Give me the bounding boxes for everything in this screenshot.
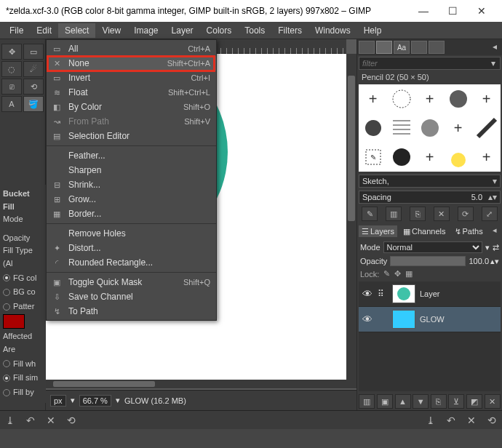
brush-preset-select[interactable]: Sketch,▾ [359,175,501,188]
menu-view[interactable]: View [95,23,127,38]
tab-fonts[interactable]: Aa [394,41,410,54]
menu-layer[interactable]: Layer [165,23,200,38]
save-icon[interactable]: ⤓ [423,413,438,428]
brush-item[interactable] [387,143,415,172]
tool-rect-select[interactable]: ▭ [23,44,44,60]
lower-layer-icon[interactable]: ▼ [413,394,429,409]
layer-thumbnail[interactable] [392,310,415,329]
menu-edit[interactable]: Edit [30,23,58,38]
merge-layer-icon[interactable]: ⊻ [448,394,464,409]
menu-item-all[interactable]: ▭AllCtrl+A [47,41,216,56]
menu-image[interactable]: Image [127,23,164,38]
layer-row[interactable]: 👁 ⠿ Layer [359,281,501,307]
brush-item[interactable] [359,113,387,143]
fill-by-option[interactable]: Fill by [3,386,43,399]
tool-smudge[interactable]: ☄ [23,61,44,77]
menu-item-save-to-channel[interactable]: ⇩Save to Channel [47,289,216,304]
menu-item-remove-holes[interactable]: Remove Holes [47,226,216,241]
menu-item-by-color[interactable]: ◧By ColorShift+O [47,100,216,114]
pattern-swatch[interactable] [3,314,25,329]
brush-filter[interactable]: ▾ [359,57,501,70]
tool-move[interactable]: ✥ [1,44,22,60]
undo-icon[interactable]: ↶ [23,413,38,428]
configure-tab-icon[interactable]: ◂ [489,41,501,53]
lock-alpha-icon[interactable]: ▦ [405,269,413,279]
duplicate-brush-icon[interactable]: ⎘ [410,207,426,221]
layer-row[interactable]: 👁 GLOW [359,307,501,332]
opacity-slider[interactable] [390,256,466,266]
open-brush-icon[interactable]: ⤢ [482,207,498,221]
tab-patterns[interactable] [429,41,445,54]
tab-history[interactable] [411,41,427,54]
tab-layers[interactable]: ☰Layers [359,225,397,237]
tab-paths[interactable]: ↯Paths [452,225,486,237]
lock-pixels-icon[interactable]: ✎ [383,269,390,279]
tab-tool-options[interactable] [359,41,375,54]
menu-colors[interactable]: Colors [200,23,239,38]
chevron-down-icon[interactable]: ▾ [487,58,500,68]
fill-similar-option[interactable]: Fill sim [3,372,43,385]
stepper-icon[interactable]: ▴▾ [485,192,500,202]
configure-tab-icon[interactable]: ◂ [489,225,501,237]
menu-help[interactable]: Help [357,23,389,38]
bg-color-option[interactable]: BG co [3,286,43,299]
menu-item-to-path[interactable]: ↯To Path [47,304,216,319]
brush-item[interactable]: + [415,84,444,113]
tool-crop[interactable]: ⎚ [1,79,22,95]
reset-icon[interactable]: ⟲ [64,413,79,428]
chevron-down-icon[interactable]: ▾ [71,396,75,405]
refresh-brush-icon[interactable]: ⟳ [458,207,474,221]
brush-item[interactable]: + [415,143,444,172]
brush-item[interactable] [415,113,444,143]
menu-item-float[interactable]: ≋FloatShift+Ctrl+L [47,85,216,100]
menu-item-selection-editor[interactable]: ▤Selection Editor [47,129,216,143]
layer-name[interactable]: GLOW [420,315,445,324]
menu-tools[interactable]: Tools [238,23,271,38]
brush-item[interactable] [472,113,501,143]
switch-mode-icon[interactable]: ⇄ [493,243,499,252]
new-group-icon[interactable]: ▣ [377,394,393,409]
tab-brushes[interactable] [376,41,392,54]
layer-name[interactable]: Layer [420,289,440,298]
pattern-option[interactable]: Patter [3,300,43,313]
delete-layer-icon[interactable]: ✕ [485,394,501,409]
reset-icon[interactable]: ⟲ [485,413,499,428]
lock-position-icon[interactable]: ✥ [394,269,401,279]
menu-item-none[interactable]: ✕NoneShift+Ctrl+A [47,56,216,71]
layer-mode-select[interactable]: Normal [383,241,482,253]
new-brush-icon[interactable]: ▥ [386,207,402,221]
raise-layer-icon[interactable]: ▲ [395,394,411,409]
menu-select[interactable]: Select [58,23,95,38]
brush-item[interactable]: + [359,84,387,113]
tool-text[interactable]: A [1,96,22,112]
filter-input[interactable] [359,57,487,69]
tool-free-select[interactable]: ◌ [1,61,22,77]
menu-file[interactable]: File [3,23,30,38]
menu-filters[interactable]: Filters [271,23,308,38]
mask-layer-icon[interactable]: ◩ [466,394,482,409]
brush-item[interactable] [387,113,415,143]
menu-item-invert[interactable]: ▭InvertCtrl+I [47,71,216,85]
unit-select[interactable]: px [50,395,66,407]
menu-item-toggle-quick-mask[interactable]: ▣Toggle Quick MaskShift+Q [47,275,216,289]
save-icon[interactable]: ⤓ [3,413,17,428]
brush-item[interactable] [387,84,415,113]
menu-item-rounded-rectangle[interactable]: ◜Rounded Rectangle... [47,255,216,270]
delete-icon[interactable]: ✕ [44,413,58,428]
chevron-down-icon[interactable]: ▾ [116,396,120,405]
new-layer-icon[interactable]: ▥ [359,394,375,409]
tab-channels[interactable]: ▦Channels [400,225,448,237]
stepper-icon[interactable]: ▴▾ [490,257,499,266]
delete-icon[interactable]: ✕ [464,413,479,428]
close-button[interactable]: ✕ [467,0,496,22]
zoom-field[interactable]: 66.7 % [79,395,111,407]
brush-item[interactable] [444,143,472,172]
brush-item[interactable] [444,84,472,113]
menu-item-feather[interactable]: Feather... [47,148,216,163]
undo-icon[interactable]: ↶ [444,413,458,428]
fill-whole-option[interactable]: Fill wh [3,358,43,371]
menu-item-shrink[interactable]: ⊟Shrink... [47,177,216,192]
brush-item[interactable]: ✎ [359,143,387,172]
menu-item-border[interactable]: ▦Border... [47,207,216,221]
menu-item-grow[interactable]: ⊞Grow... [47,192,216,207]
